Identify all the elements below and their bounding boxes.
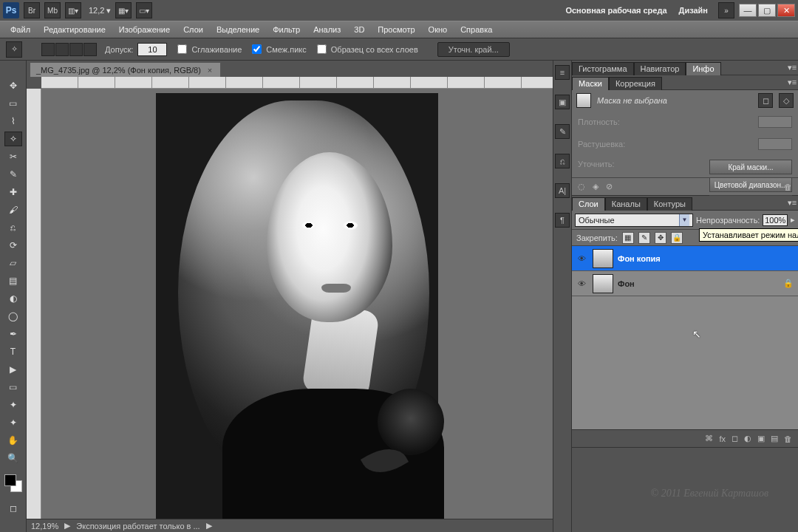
layer-name[interactable]: Фон копия [618, 254, 661, 263]
antialias-checkbox[interactable] [177, 44, 187, 54]
layer-thumb[interactable] [593, 249, 613, 268]
feather-value[interactable] [758, 138, 792, 150]
tab-histogram[interactable]: Гистограмма [572, 62, 634, 75]
density-value[interactable] [758, 116, 792, 128]
layer-thumb[interactable] [593, 274, 613, 293]
view-extras-icon[interactable]: ▥▾ [65, 2, 81, 18]
quickmask-toggle[interactable]: ◻ [4, 501, 22, 516]
workspace-more-icon[interactable]: » [718, 2, 734, 18]
arrange-icon[interactable]: ▦▾ [115, 2, 132, 18]
character-panel-icon[interactable]: A| [555, 183, 570, 198]
lock-all-icon[interactable]: 🔒 [671, 232, 683, 244]
actions-panel-icon[interactable]: ▣ [555, 95, 570, 109]
fg-swatch[interactable] [4, 474, 16, 486]
workspace-main[interactable]: Основная рабочая среда [565, 6, 666, 15]
canvas[interactable] [41, 89, 553, 519]
all-layers-checkbox[interactable] [317, 44, 327, 54]
3d-camera-tool[interactable]: ✦ [4, 415, 22, 430]
refine-edge-button[interactable]: Уточн. край... [437, 42, 510, 57]
status-zoom[interactable]: 12,19% [31, 522, 58, 531]
lock-transparency-icon[interactable]: ▦ [622, 232, 634, 244]
eraser-tool[interactable]: ▱ [4, 256, 22, 270]
tab-info[interactable]: Инфо [686, 62, 720, 75]
zoom-readout[interactable]: 12,2 ▾ [89, 6, 111, 16]
lock-pixels-icon[interactable]: ✎ [638, 232, 650, 244]
layer-mask-icon[interactable]: ◻ [732, 434, 738, 443]
menu-filter[interactable]: Фильтр [273, 25, 300, 34]
3d-tool[interactable]: ✦ [4, 398, 22, 412]
path-select-tool[interactable]: ▶ [4, 362, 22, 377]
eyedropper-tool[interactable]: ✎ [4, 167, 22, 182]
color-swatches[interactable] [4, 474, 22, 492]
window-maximize-button[interactable]: ▢ [758, 4, 776, 17]
layer-style-icon[interactable]: fx [719, 434, 726, 443]
tab-layers[interactable]: Слои [572, 197, 605, 211]
gradient-tool[interactable]: ▤ [4, 273, 22, 288]
lock-position-icon[interactable]: ✥ [655, 232, 666, 244]
history-brush-tool[interactable]: ⟳ [4, 238, 22, 253]
hand-tool[interactable]: ✋ [4, 433, 22, 448]
blend-mode-dropdown[interactable]: Обычные ▼ [575, 214, 693, 227]
disable-mask-icon[interactable]: ⊘ [606, 182, 613, 191]
clone-panel-icon[interactable]: ⎌ [555, 154, 570, 168]
visibility-icon[interactable]: 👁 [575, 279, 588, 288]
close-tab-icon[interactable]: × [205, 66, 214, 75]
chevron-down-icon[interactable]: ▼ [679, 214, 689, 226]
window-close-button[interactable]: ✕ [777, 4, 795, 17]
tab-masks[interactable]: Маски [572, 77, 609, 90]
load-selection-icon[interactable]: ◌ [578, 182, 585, 191]
zoom-tool[interactable]: 🔍 [4, 451, 22, 466]
opacity-slider-icon[interactable]: ▸ [791, 215, 795, 225]
blur-tool[interactable]: ◐ [4, 291, 22, 306]
menu-select[interactable]: Выделение [216, 25, 259, 34]
move-tool[interactable]: ✥ [4, 78, 22, 93]
magic-wand-tool[interactable]: ✧ [4, 132, 22, 146]
group-icon[interactable]: ▣ [757, 434, 765, 443]
contiguous-checkbox[interactable] [252, 44, 262, 54]
dodge-tool[interactable]: ◯ [4, 309, 22, 324]
brush-panel-icon[interactable]: ✎ [555, 124, 570, 139]
tolerance-input[interactable] [137, 43, 167, 56]
tab-channels[interactable]: Каналы [605, 197, 647, 211]
brush-tool[interactable]: 🖌 [4, 202, 22, 217]
menu-file[interactable]: Файл [10, 25, 30, 34]
type-tool[interactable]: T [4, 344, 22, 359]
add-pixel-mask-icon[interactable]: ◻ [758, 93, 773, 108]
stamp-tool[interactable]: ⎌ [4, 220, 22, 235]
color-range-button[interactable]: Цветовой диапазон... [709, 177, 792, 192]
menu-layer[interactable]: Слои [183, 25, 203, 34]
trash-icon[interactable]: 🗑 [784, 183, 792, 191]
link-layers-icon[interactable]: ⌘ [705, 434, 713, 443]
visibility-icon[interactable]: 👁 [575, 254, 588, 263]
opacity-value[interactable]: 100% [763, 214, 788, 226]
panel-menu-icon[interactable]: ▾≡ [786, 78, 798, 87]
current-tool-icon[interactable]: ✧ [6, 41, 22, 58]
workspace-design[interactable]: Дизайн [679, 6, 708, 15]
apply-mask-icon[interactable]: ◈ [593, 182, 598, 191]
mask-edge-button[interactable]: Край маски... [709, 160, 792, 174]
menu-image[interactable]: Изображение [119, 25, 170, 34]
bridge-launch-icon[interactable]: Br [24, 2, 40, 18]
panel-menu-icon[interactable]: ▾≡ [786, 198, 798, 208]
lasso-tool[interactable]: ⌇ [4, 114, 22, 129]
add-vector-mask-icon[interactable]: ◇ [779, 93, 794, 108]
menu-3d[interactable]: 3D [354, 25, 364, 34]
marquee-tool[interactable]: ▭ [4, 96, 22, 111]
layer-row[interactable]: 👁 Фон 🔒 [572, 271, 798, 296]
document-tab[interactable]: _MG_4735.jpg @ 12,2% (Фон копия, RGB/8) … [30, 62, 221, 77]
window-minimize-button[interactable]: — [739, 4, 757, 17]
menu-analysis[interactable]: Анализ [313, 25, 341, 34]
tab-paths[interactable]: Контуры [647, 197, 692, 211]
tab-adjustments[interactable]: Коррекция [609, 77, 662, 90]
menu-edit[interactable]: Редактирование [44, 25, 106, 34]
menu-window[interactable]: Окно [429, 25, 448, 34]
layer-row[interactable]: 👁 Фон копия [572, 246, 798, 271]
menu-help[interactable]: Справка [460, 25, 492, 34]
crop-tool[interactable]: ✂ [4, 149, 22, 164]
delete-layer-icon[interactable]: 🗑 [784, 434, 792, 443]
menu-view[interactable]: Просмотр [378, 25, 415, 34]
pen-tool[interactable]: ✒ [4, 327, 22, 341]
shape-tool[interactable]: ▭ [4, 380, 22, 395]
new-layer-icon[interactable]: ▤ [771, 434, 778, 443]
history-panel-icon[interactable]: ≡ [555, 65, 570, 80]
